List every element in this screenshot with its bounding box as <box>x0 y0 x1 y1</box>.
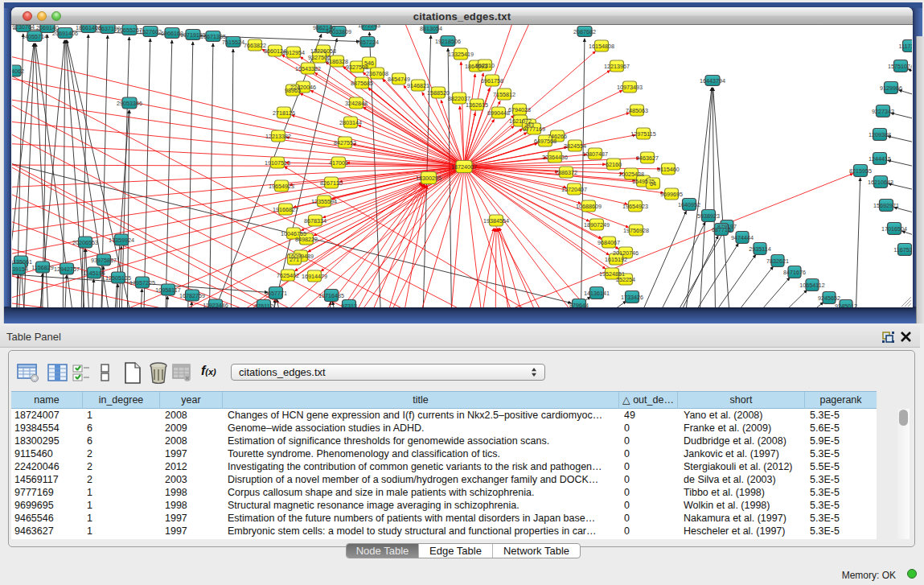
svg-text:16914479: 16914479 <box>302 273 327 280</box>
svg-text:1167533: 1167533 <box>893 246 912 253</box>
svg-text:17359924: 17359924 <box>109 237 134 244</box>
svg-text:9463627: 9463627 <box>636 154 659 162</box>
svg-text:9245012: 9245012 <box>835 303 857 307</box>
svg-text:876112: 876112 <box>254 303 273 307</box>
svg-text:8990448: 8990448 <box>487 109 510 117</box>
svg-text:271: 271 <box>290 256 299 263</box>
svg-text:16443794: 16443794 <box>700 77 725 84</box>
svg-text:1362615: 1362615 <box>466 101 488 109</box>
svg-text:12505135: 12505135 <box>105 274 131 282</box>
svg-text:20206553: 20206553 <box>72 239 98 246</box>
svg-text:6961758: 6961758 <box>481 77 503 84</box>
svg-text:10973493: 10973493 <box>617 84 643 91</box>
svg-text:8678334: 8678334 <box>304 217 326 225</box>
svg-text:9699695: 9699695 <box>660 191 683 198</box>
svg-text:9474444: 9474444 <box>731 234 754 241</box>
svg-text:9227342: 9227342 <box>872 108 894 115</box>
svg-text:1244415: 1244415 <box>869 155 891 163</box>
svg-text:2367608: 2367608 <box>366 70 388 77</box>
svg-text:18300295: 18300295 <box>416 175 441 182</box>
svg-text:7155812: 7155812 <box>493 91 515 98</box>
svg-text:7515524: 7515524 <box>222 39 244 46</box>
svg-text:19756928: 19756928 <box>623 227 649 234</box>
svg-text:20691406: 20691406 <box>52 30 78 37</box>
svg-text:9230764: 9230764 <box>12 25 35 31</box>
svg-text:7625402: 7625402 <box>277 272 299 279</box>
svg-text:29053346: 29053346 <box>117 100 142 107</box>
svg-text:1733426: 1733426 <box>621 294 643 301</box>
svg-text:17957225: 17957225 <box>129 279 155 286</box>
svg-text:6794028: 6794028 <box>508 106 531 113</box>
svg-text:12942757: 12942757 <box>54 266 80 273</box>
svg-text:8912954: 8912954 <box>282 49 305 56</box>
svg-text:1145194: 1145194 <box>83 270 105 277</box>
svg-text:17016504: 17016504 <box>881 225 907 233</box>
svg-text:1588520: 1588520 <box>427 89 450 97</box>
svg-text:16543382: 16543382 <box>295 65 321 72</box>
svg-text:8267130: 8267130 <box>320 179 343 187</box>
svg-text:10807487: 10807487 <box>582 150 608 158</box>
svg-text:14136141: 14136141 <box>584 290 610 297</box>
svg-text:98965: 98965 <box>285 87 301 94</box>
svg-text:9777169: 9777169 <box>523 126 545 133</box>
svg-text:9146821: 9146821 <box>407 82 429 89</box>
svg-text:6497568: 6497568 <box>534 138 556 145</box>
svg-text:15692971: 15692971 <box>873 202 899 209</box>
svg-text:2087682: 2087682 <box>573 28 596 35</box>
svg-text:19166827: 19166827 <box>273 206 298 213</box>
svg-text:5938923: 5938923 <box>697 212 720 220</box>
svg-text:879644: 879644 <box>569 302 589 307</box>
svg-text:16154808: 16154808 <box>589 43 614 50</box>
svg-text:7886372: 7886372 <box>555 169 577 176</box>
svg-text:12213967: 12213967 <box>604 63 630 70</box>
svg-text:9684067: 9684067 <box>598 239 620 246</box>
svg-text:8186328: 8186328 <box>326 58 348 65</box>
svg-text:1572243: 1572243 <box>358 25 380 29</box>
svg-text:93975887: 93975887 <box>91 257 117 264</box>
svg-text:9245652: 9245652 <box>818 295 840 302</box>
svg-text:9657771: 9657771 <box>265 290 287 297</box>
svg-text:9129966: 9129966 <box>880 84 902 92</box>
svg-text:19654923: 19654923 <box>269 183 294 190</box>
svg-text:10688609: 10688609 <box>576 203 602 210</box>
svg-text:18907249: 18907249 <box>584 221 610 229</box>
svg-text:7485063: 7485063 <box>626 107 648 114</box>
svg-text:11923446: 11923446 <box>203 302 228 307</box>
svg-text:16210643: 16210643 <box>868 179 893 186</box>
svg-text:546: 546 <box>364 60 374 67</box>
svg-text:8215955: 8215955 <box>849 167 872 175</box>
svg-text:2718126: 2718126 <box>273 109 295 117</box>
svg-text:97313: 97313 <box>341 303 357 307</box>
svg-text:19384554: 19384554 <box>483 217 509 225</box>
svg-text:10654112: 10654112 <box>799 282 824 289</box>
svg-text:12355594: 12355594 <box>311 198 337 205</box>
svg-text:154062: 154062 <box>12 68 24 75</box>
svg-text:1117304: 1117304 <box>899 43 912 50</box>
svg-text:2935114: 2935114 <box>749 245 770 253</box>
svg-text:19107513: 19107513 <box>265 159 290 167</box>
svg-text:7857224: 7857224 <box>356 39 379 46</box>
svg-text:14055714: 14055714 <box>22 33 47 40</box>
svg-text:18724007: 18724007 <box>451 163 477 171</box>
svg-text:19716485: 19716485 <box>318 292 344 299</box>
svg-text:1209388: 1209388 <box>869 131 891 138</box>
svg-text:1615192: 1615192 <box>605 256 627 263</box>
svg-text:1527602: 1527602 <box>139 28 162 35</box>
svg-text:62160: 62160 <box>606 161 622 168</box>
svg-text:13325419: 13325419 <box>448 51 474 58</box>
svg-text:252254: 252254 <box>616 276 635 283</box>
svg-text:939154: 939154 <box>12 266 28 273</box>
svg-text:8471676: 8471676 <box>783 269 806 276</box>
svg-text:10025438: 10025438 <box>618 171 644 178</box>
svg-text:16782759: 16782759 <box>179 292 205 299</box>
svg-text:12213382: 12213382 <box>265 133 291 140</box>
svg-text:15751074: 15751074 <box>888 63 912 70</box>
svg-text:9115460: 9115460 <box>657 166 679 173</box>
svg-text:7832621: 7832621 <box>766 257 789 265</box>
svg-text:962310: 962310 <box>475 62 495 69</box>
svg-text:8813054: 8813054 <box>420 25 442 32</box>
svg-text:12975115: 12975115 <box>630 130 655 138</box>
svg-text:9135061: 9135061 <box>12 258 32 266</box>
svg-text:64: 64 <box>650 180 656 187</box>
svg-text:8875685: 8875685 <box>351 80 373 87</box>
